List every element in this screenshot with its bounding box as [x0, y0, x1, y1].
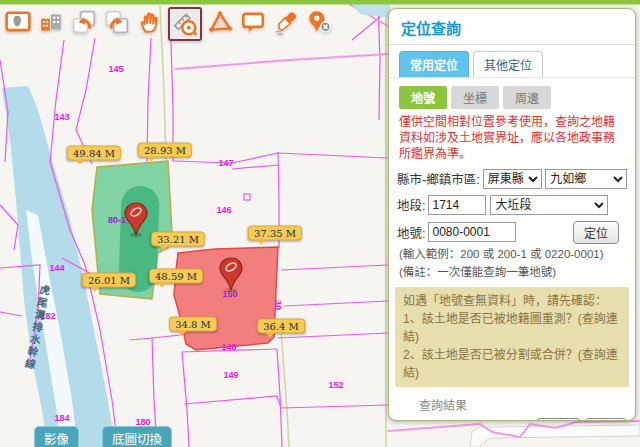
parcel-number: 184 — [54, 413, 69, 423]
next-view-icon[interactable] — [102, 7, 132, 37]
subtab-coordinates[interactable]: 坐標 — [451, 86, 499, 109]
measure-label: 33.21 M — [151, 232, 205, 247]
measure-label: 48.59 M — [149, 269, 203, 284]
colorize-button[interactable]: 著色 — [585, 418, 627, 421]
buildings-3d-icon[interactable] — [36, 7, 66, 37]
parcel-label: 地號: — [397, 223, 425, 242]
map-pin[interactable] — [218, 256, 244, 296]
callout-select-icon[interactable] — [238, 7, 268, 37]
overview-map-icon[interactable] — [3, 7, 33, 37]
measure-label: 34.8 M — [169, 317, 217, 332]
notice-line-2[interactable]: 1、該土地是否已被地籍圖重測？(查詢連結) — [403, 310, 621, 346]
measure-label: 26.01 M — [82, 273, 136, 288]
parcel-number: 149 — [223, 370, 238, 380]
district-select[interactable]: 九如鄉 — [545, 169, 627, 189]
locate-query-panel: 定位查詢 常用定位其他定位 地號坐標周邊 僅供空間相對位置參考使用，查詢之地籍資… — [388, 8, 636, 421]
previous-view-icon[interactable] — [69, 7, 99, 37]
tab-common-locate[interactable]: 常用定位 — [399, 51, 469, 77]
parcel-number: 148 — [221, 342, 236, 352]
notice-line-3[interactable]: 2、該土地是否已被分割或合併？(查詢連結) — [403, 346, 621, 382]
parcel-number: 143 — [54, 112, 69, 122]
basemap-toggle-button[interactable]: 底圖切換 — [102, 426, 172, 447]
measure-label: 36.4 M — [257, 319, 305, 334]
locate-button[interactable]: 定位 — [573, 221, 619, 244]
pan-hand-icon[interactable] — [135, 7, 165, 37]
measure-distance-icon[interactable] — [168, 7, 202, 41]
map-pin[interactable] — [123, 201, 149, 241]
county-select[interactable]: 屏東縣 — [483, 169, 543, 189]
disclaimer-text: 僅供空間相對位置參考使用，查詢之地籍資料如涉及土地實界址，應以各地政事務所鑑界為… — [399, 114, 625, 163]
parcel-number: 30 — [273, 300, 283, 310]
input-example-hint: (輸入範例：200 或 200-1 或 0220-0001) — [399, 247, 635, 262]
result-row: 屏東所 (TA1714)大坵段 0150-0000地號詳細..著色 — [395, 418, 629, 421]
subtab-vicinity[interactable]: 周邊 — [503, 86, 551, 109]
county-label: 縣市-鄉鎮市區: — [397, 169, 480, 188]
section-name-select[interactable]: 大坵段 — [490, 195, 608, 215]
eraser-icon[interactable] — [271, 7, 301, 37]
no-data-notice: 如遇「地號查無資料」時，請先確認： 1、該土地是否已被地籍圖重測？(查詢連結) … — [395, 287, 629, 387]
parcel-number: 146 — [216, 205, 231, 215]
parcel-number: 147 — [218, 158, 233, 168]
top-green-line — [0, 0, 640, 5]
subtab-parcel-number[interactable]: 地號 — [399, 86, 447, 109]
clear-marker-icon[interactable] — [304, 7, 334, 37]
section-label: 地段: — [397, 195, 425, 214]
parcel-number: 144 — [49, 263, 64, 273]
tab-other-locate[interactable]: 其他定位 — [473, 51, 543, 77]
tab-bar: 常用定位其他定位 — [389, 45, 635, 78]
results-header: 查詢結果 — [419, 396, 635, 413]
measure-label: 28.93 M — [138, 143, 192, 158]
measure-area-icon[interactable] — [205, 7, 235, 37]
parcel-number: 145 — [108, 64, 123, 74]
note-hint: (備註：一次僅能查詢一筆地號) — [399, 265, 635, 280]
panel-title: 定位查詢 — [401, 17, 635, 38]
map-toolbar — [3, 7, 334, 41]
subtab-bar: 地號坐標周邊 — [389, 78, 635, 109]
measure-label: 49.84 M — [67, 146, 121, 161]
imagery-button[interactable]: 影像 — [34, 426, 79, 447]
measure-label: 37.35 M — [248, 226, 302, 241]
detail-button[interactable]: 詳細.. — [536, 418, 581, 421]
parcel-number: 152 — [328, 380, 343, 390]
notice-line-1: 如遇「地號查無資料」時，請先確認： — [403, 292, 621, 310]
parcel-number-input[interactable] — [428, 222, 516, 242]
section-code-input[interactable] — [428, 195, 486, 215]
